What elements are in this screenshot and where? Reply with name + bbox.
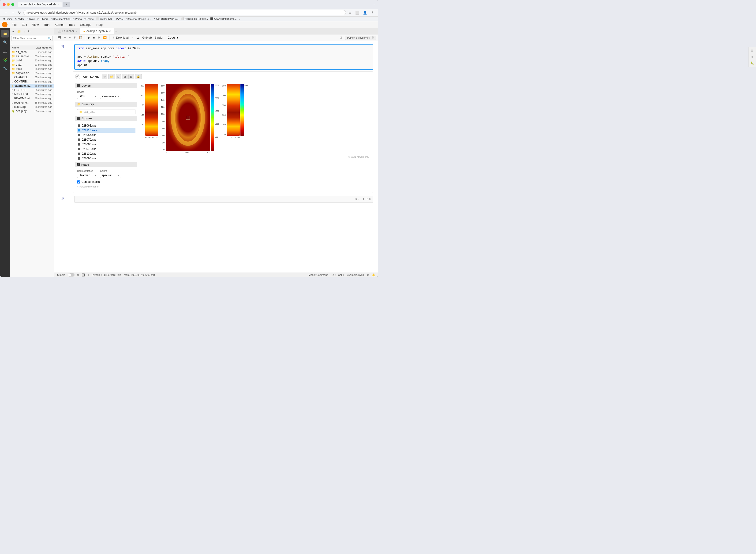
minimize-button[interactable] [7, 3, 10, 6]
browse-item[interactable]: 028070.nxs [77, 137, 135, 142]
paste-button[interactable]: 📋 [77, 35, 84, 40]
cloud-button[interactable]: ☁ [135, 35, 140, 40]
binder-button[interactable]: Binder [154, 35, 165, 40]
list-item[interactable]: 🐍 setup.py 35 minutes ago [10, 109, 54, 113]
menu-kernel[interactable]: Kernel [52, 22, 66, 27]
cell-content[interactable]: from air_sans.app.core import AirSans ap… [74, 44, 373, 70]
tab-example-ipynb[interactable]: ◈ example.ipynb ✕ [80, 28, 114, 34]
browse-item[interactable]: 028090.nxs [77, 156, 135, 161]
menu-file[interactable]: File [9, 22, 19, 27]
forward-button[interactable]: → [10, 10, 15, 15]
airsans-btn-lock[interactable]: 🔒 [135, 74, 142, 79]
list-item[interactable]: □ README.rst 35 minutes ago [10, 96, 54, 101]
colors-select[interactable]: spectral ▼ [100, 173, 121, 178]
list-item[interactable]: □ requireme... 35 minutes ago [10, 101, 54, 105]
download-button[interactable]: ⬇ Download [111, 36, 130, 40]
maximize-button[interactable] [11, 3, 14, 6]
representation-select[interactable]: Heatmap ▼ [77, 173, 98, 178]
sidebar-files-icon[interactable]: 📁 [1, 30, 9, 38]
restart-button[interactable]: ↻ [96, 35, 101, 40]
cell-type-selector[interactable]: Code ▼ [168, 36, 179, 39]
notification-bell-icon[interactable]: 🔔 [372, 274, 375, 277]
list-item[interactable]: 📁 captain-de... 35 minutes ago [10, 71, 54, 75]
sidebar-git-icon[interactable]: ⎇ [1, 48, 9, 55]
stop-button[interactable]: ■ [92, 35, 96, 40]
bookmark-getstarted[interactable]: ✓ Get started with V... [153, 17, 179, 20]
list-item[interactable]: 📁 tests 35 minutes ago [10, 67, 54, 71]
airsans-btn-refresh[interactable]: ↻ [102, 74, 107, 79]
bookmark-gmail[interactable]: M Gmail [3, 17, 12, 20]
params-select[interactable]: Parameters ▼ [100, 94, 121, 99]
settings-gear-button[interactable]: ⚙ [338, 35, 344, 40]
browser-tab-close[interactable]: ✕ [57, 3, 59, 6]
airsans-btn-display2[interactable]: ⊟ [122, 74, 127, 79]
search-input[interactable] [13, 37, 48, 40]
menu-edit[interactable]: Edit [19, 22, 29, 27]
bookmark-kwik3[interactable]: ✕ Kwik3 [15, 17, 24, 20]
profile-button[interactable]: 👤 [362, 10, 368, 15]
ipynb-tab-x[interactable]: ✕ [109, 30, 111, 33]
bookmark-perso[interactable]: □ Perso [73, 17, 82, 20]
kernel-badge[interactable]: Python 3 (ipykernel) [345, 36, 376, 40]
browse-item[interactable]: 028115.nxs [77, 128, 135, 133]
list-item[interactable]: □ setup.cfg 35 minutes ago [10, 105, 54, 109]
list-item[interactable]: 📁 data 23 minutes ago [10, 63, 54, 67]
cell-action-copy[interactable]: ⎘ [355, 198, 357, 201]
add-cell-button[interactable]: + [63, 35, 67, 40]
list-item[interactable]: 📁 air_sans.e... 33 minutes ago [10, 54, 54, 58]
extensions-button[interactable]: ⬜ [354, 10, 360, 15]
back-button[interactable]: ← [3, 10, 8, 15]
cell-action-down[interactable]: ↓ [360, 198, 362, 201]
save-button[interactable]: 💾 [56, 35, 62, 40]
restart-run-button[interactable]: ⏩ [102, 35, 108, 40]
menu-tabs[interactable]: Tabs [66, 22, 77, 27]
new-file-button[interactable]: + [11, 29, 15, 34]
list-item[interactable]: 📁 build 33 minutes ago [10, 58, 54, 63]
bookmark-trame[interactable]: □ Trame [84, 17, 94, 20]
list-item[interactable]: □ LICENSE 35 minutes ago [10, 88, 54, 92]
run-button[interactable]: ▶ [87, 35, 92, 40]
list-item[interactable]: ◈ example.ip... 35 minutes ago [10, 84, 54, 88]
browse-item[interactable]: 028068.nxs [77, 142, 135, 147]
browse-item[interactable]: 028057.nxs [77, 133, 135, 137]
airsans-btn-display[interactable]: □ [116, 74, 121, 79]
bookmark-more[interactable]: » [239, 17, 240, 20]
menu-button[interactable]: ⋮ [369, 10, 375, 15]
sidebar-extensions-icon[interactable]: 🧩 [1, 56, 9, 64]
list-item[interactable]: 📁 air_sans seconds ago [10, 50, 54, 54]
bookmark-kitware[interactable]: □ Kitware [38, 17, 48, 20]
bookmark-cad[interactable]: ⬛ CAD components... [210, 17, 236, 20]
cell-action-delete[interactable]: 🗑 [369, 198, 371, 201]
browse-item[interactable]: 028062.nxs [77, 123, 135, 128]
airsans-btn-folder[interactable]: 📁 [108, 74, 115, 79]
directory-input[interactable]: 📁 ex1_data [77, 109, 135, 114]
browse-item[interactable]: 028073.nxs [77, 147, 135, 151]
address-bar[interactable]: notebooks.gesis.org/binder/jupyter/user/… [23, 10, 346, 15]
github-button[interactable]: GitHub [141, 35, 153, 40]
status-kernel-status[interactable]: Python 3 (ipykernel) | Idle [92, 274, 121, 276]
launcher-tab-x[interactable]: ✕ [75, 30, 77, 33]
browser-tab-new[interactable]: + [63, 2, 70, 7]
cell-action-move[interactable]: ⇄ [365, 198, 368, 201]
contour-checkbox[interactable] [77, 180, 80, 183]
refresh-button[interactable]: ↻ [27, 29, 32, 34]
bookmark-material[interactable]: □ Material Design Ic... [126, 17, 151, 20]
tab-launcher[interactable]: ⬜ Launcher ✕ [55, 28, 80, 34]
bookmark-kwik[interactable]: K KWik [27, 17, 35, 20]
cell-action-up[interactable]: ↑ [358, 198, 359, 201]
list-item[interactable]: □ CONTRIB... 35 minutes ago [10, 79, 54, 84]
menu-run[interactable]: Run [42, 22, 52, 27]
menu-settings[interactable]: Settings [78, 22, 94, 27]
cut-button[interactable]: ✂ [67, 35, 72, 40]
browser-tab-active[interactable]: example.ipynb – JupyterLab ✕ [18, 2, 62, 7]
new-folder-button[interactable]: 📁 [16, 29, 22, 34]
copy-button[interactable]: ⎘ [73, 35, 77, 40]
share-button[interactable]: ↑ [131, 35, 135, 40]
bookmark-button[interactable]: ☆ [347, 10, 353, 15]
upload-button[interactable]: ↑ [22, 29, 26, 34]
menu-view[interactable]: View [30, 22, 41, 27]
bookmark-docs[interactable]: □ Documentation [51, 17, 70, 20]
simple-toggle[interactable] [68, 273, 74, 277]
launcher-tab-close[interactable]: ⬜ [58, 30, 61, 33]
bookmark-overviews[interactable]: ⬜ Overviews — PyVi... [96, 17, 123, 20]
